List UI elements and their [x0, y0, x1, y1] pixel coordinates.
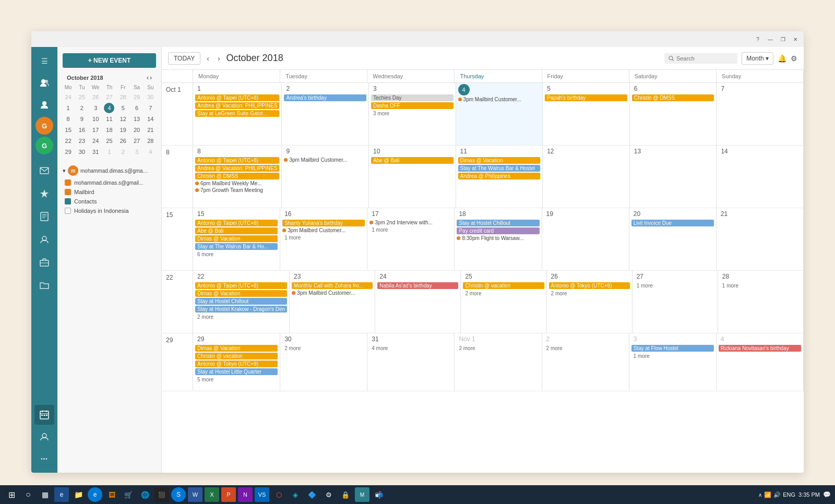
hamburger-menu-icon[interactable]: ☰ — [34, 51, 54, 71]
mini-cal-day-20[interactable]: 20 — [132, 125, 142, 135]
mini-cal-day-12[interactable]: 12 — [118, 114, 128, 124]
today-button[interactable]: TODAY — [168, 52, 200, 65]
black-icon[interactable]: ⬛ — [154, 487, 169, 502]
mini-cal-day-15[interactable]: 15 — [63, 125, 74, 135]
mini-cal-day-25[interactable]: 25 — [104, 136, 114, 146]
event-antonio-w2[interactable]: Antonio @ Taipei (UTC+8) — [195, 157, 279, 164]
calendar-bottom-icon[interactable] — [34, 405, 54, 425]
more-link-oct3[interactable]: 3 more — [371, 110, 454, 117]
ie-icon[interactable]: e — [54, 487, 69, 502]
mini-cal-day-n4[interactable]: 4 — [145, 147, 156, 157]
network-icon[interactable]: 📶 — [764, 491, 771, 498]
avatar2[interactable]: G — [35, 137, 53, 154]
help-btn[interactable]: ? — [754, 35, 762, 43]
gear-taskbar-icon[interactable]: ⚙ — [321, 487, 336, 502]
briefcase-icon[interactable] — [34, 253, 54, 272]
mini-cal-day[interactable]: 26 — [90, 92, 101, 102]
event-livit-invoice[interactable]: Livit Invoice Due — [631, 220, 714, 226]
event-nabila-birthday[interactable]: Nabila As'ad's birthday — [377, 282, 458, 289]
folder-icon[interactable] — [34, 275, 54, 295]
more-link-oct28[interactable]: 1 more — [720, 282, 801, 289]
mini-cal-prev[interactable]: ‹ — [147, 74, 149, 81]
mini-cal-day-16[interactable]: 16 — [77, 125, 87, 135]
mini-cal-day-8[interactable]: 8 — [63, 114, 74, 124]
mini-cal-day-29[interactable]: 29 — [63, 147, 74, 157]
event-rizkiana-birthday[interactable]: Rizkiana Novitasari's birthday — [719, 345, 801, 352]
cal-item-contacts[interactable]: Contacts — [62, 197, 157, 206]
event-christin-dmss-w1[interactable]: Christin @ DMSS — [632, 94, 714, 101]
cal-item-mailbird[interactable]: Mailbird — [62, 187, 157, 197]
event-shanty-birthday[interactable]: Shanty Yuliana's birthday — [282, 220, 365, 226]
mail-icon[interactable] — [34, 161, 54, 181]
git-icon[interactable]: ⬡ — [271, 487, 286, 502]
mini-cal-day-n3[interactable]: 3 — [132, 147, 142, 157]
more-link-nov1[interactable]: 2 more — [457, 345, 539, 352]
more-link-oct27[interactable]: 1 more — [635, 282, 715, 289]
event-hostel-chillout-oct22[interactable]: Stay at Hostel Chillout — [195, 298, 287, 305]
cal-item-holidays[interactable]: Holidays in Indonesia — [62, 206, 157, 215]
mini-cal-next[interactable]: › — [150, 74, 152, 81]
mini-cal-day-2[interactable]: 2 — [77, 103, 87, 113]
event-andrea-birthday[interactable]: Andrea's birthday — [284, 94, 366, 101]
people-icon[interactable] — [34, 73, 54, 93]
event-dimas-vac-oct11[interactable]: Dimas @ Vacation — [458, 157, 541, 164]
event-dasha-off[interactable]: Dasha OFF — [371, 102, 454, 109]
event-growth-team[interactable]: 7pm Growth Team Meeting — [195, 187, 279, 193]
lock-icon[interactable]: 🔒 — [338, 487, 353, 502]
event-legreen[interactable]: Stay at LeGreen Suite Gatot... — [195, 110, 279, 117]
mini-cal-day[interactable]: 27 — [104, 92, 114, 102]
event-christin-dmss-w2[interactable]: Christin @ DMSS — [195, 173, 279, 179]
event-antonio-w1[interactable]: Antonio @ Taipei (UTC+8) — [195, 94, 279, 101]
notification-btn[interactable]: 💬 — [823, 491, 831, 498]
more-link-oct29[interactable]: 5 more — [195, 376, 278, 383]
more-link-oct30[interactable]: 2 more — [282, 345, 365, 352]
notes-icon[interactable] — [34, 207, 54, 226]
cal-item-main[interactable]: mohammad.dimas.s@gmail... — [62, 178, 157, 187]
more-link-oct25[interactable]: 2 more — [463, 290, 544, 297]
maximize-btn[interactable]: ❐ — [779, 35, 787, 43]
more-link-oct17[interactable]: 1 more — [369, 226, 452, 233]
clock-display[interactable]: 3:35 PM — [798, 491, 820, 498]
mini-cal-day-9[interactable]: 9 — [77, 114, 87, 124]
event-dimas-vac-w4[interactable]: Dimas @ Vacation — [195, 290, 287, 297]
more-dots-icon[interactable]: ••• — [34, 449, 54, 469]
explorer-icon[interactable]: 📁 — [71, 487, 86, 502]
event-papah-birthday[interactable]: Papah's birthday — [545, 94, 627, 101]
mailbird-icon[interactable]: M — [355, 487, 369, 502]
search-input[interactable] — [676, 55, 733, 62]
event-2nd-interview[interactable]: 3pm 2nd Interview with... — [369, 220, 452, 225]
more-link-oct22[interactable]: 2 more — [195, 314, 287, 320]
person-icon[interactable] — [34, 95, 54, 115]
event-mailbird-oct16[interactable]: 3pm Mailbird Customer... — [282, 227, 365, 233]
event-dimas-vac-w5[interactable]: Dimas @ Vacation — [195, 345, 278, 352]
mini-cal-day-21[interactable]: 21 — [145, 125, 156, 135]
event-mailbird-oct23[interactable]: 3pm Mailbird Customer... — [292, 290, 373, 296]
mini-cal-day-19[interactable]: 19 — [118, 125, 128, 135]
avatar1[interactable]: G — [35, 117, 53, 135]
mini-cal-day-18[interactable]: 18 — [104, 125, 114, 135]
nav-next-button[interactable]: › — [216, 53, 222, 64]
more-link-oct26[interactable]: 2 more — [549, 290, 630, 297]
mini-cal-day-n1[interactable]: 1 — [104, 147, 114, 157]
store-icon[interactable]: 🛒 — [121, 487, 136, 502]
event-walrus-bar-w3[interactable]: Stay at The Walrus Bar & Ho... — [195, 243, 278, 250]
windows-start-icon[interactable]: ⊞ — [4, 487, 19, 502]
mini-cal-day-23[interactable]: 23 — [77, 136, 87, 146]
mini-cal-day-6[interactable]: 6 — [132, 103, 142, 113]
more-link-oct31[interactable]: 4 more — [369, 345, 452, 352]
mini-cal-day-5[interactable]: 5 — [118, 103, 128, 113]
mini-cal-day-14[interactable]: 14 — [145, 114, 156, 124]
minimize-btn[interactable]: — — [766, 35, 774, 43]
event-dimas-vac-w3[interactable]: Dimas @ Vacation — [195, 235, 278, 242]
excel-icon[interactable]: X — [205, 487, 219, 502]
mini-cal-day-28[interactable]: 28 — [145, 136, 156, 146]
mini-cal-day-10[interactable]: 10 — [90, 114, 101, 124]
mini-cal-day-13[interactable]: 13 — [132, 114, 142, 124]
more-link-nov2[interactable]: 2 more — [544, 345, 627, 352]
event-andrea-phil[interactable]: Andrea @ Philippines — [458, 173, 541, 179]
mini-cal-day-22[interactable]: 22 — [63, 136, 74, 146]
photos-icon[interactable]: 🖼 — [104, 487, 119, 502]
more-link-oct16[interactable]: 1 more — [282, 234, 365, 241]
skype-icon[interactable]: S — [171, 487, 186, 502]
view-selector[interactable]: Month ▾ — [742, 52, 773, 65]
